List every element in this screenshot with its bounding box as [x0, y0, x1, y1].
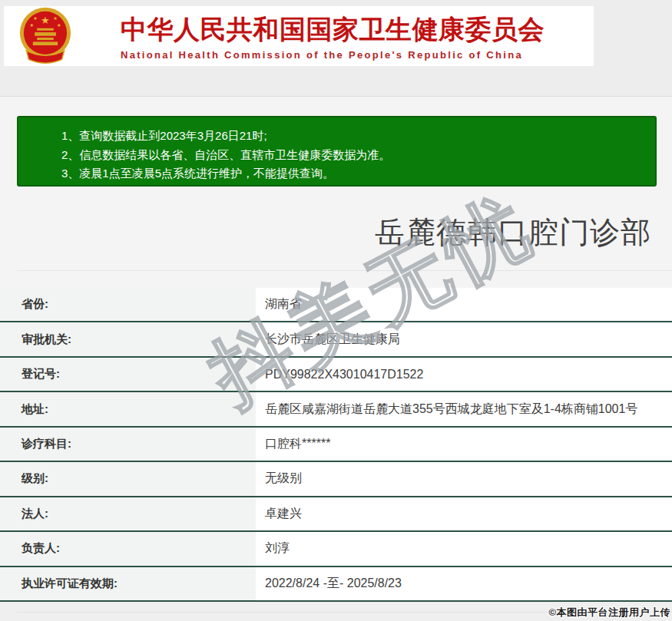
field-label: 审批机关: — [0, 322, 256, 355]
table-row-treatment-subjects: 诊疗科目: 口腔科****** — [0, 428, 672, 462]
field-label: 执业许可证有效期: — [0, 567, 256, 600]
table-row-approval-authority: 审批机关: 长沙市岳麓区卫生健康局 — [0, 322, 672, 357]
field-label: 登记号: — [0, 358, 256, 391]
table-row-legal-person: 法人: 卓建兴 — [0, 497, 672, 532]
svg-text:★: ★ — [41, 15, 50, 26]
notice-item-2: 2、信息数据结果以各省、自治区、直辖市卫生健康委数据为准。 — [61, 146, 640, 165]
table-row-address: 地址: 岳麓区咸嘉湖街道岳麓大道355号西城龙庭地下室及1-4栋商铺1001号 — [0, 392, 672, 427]
field-value: 岳麓区咸嘉湖街道岳麓大道355号西城龙庭地下室及1-4栋商铺1001号 — [256, 392, 672, 425]
table-row-license-validity: 执业许可证有效期: 2022/8/24 -至- 2025/8/23 — [0, 567, 672, 602]
notice-item-3: 3、凌晨1点至凌晨5点系统进行维护，不能提供查询。 — [61, 164, 640, 183]
site-title-block: 中华人民共和国国家卫生健康委员会 National Health Commiss… — [121, 13, 545, 61]
svg-text:★: ★ — [57, 22, 61, 28]
site-header-banner: ★ ★ ★ ★ ★ 中华人民共和国国家卫生健康委员会 National Heal… — [4, 6, 594, 66]
field-label: 负责人: — [0, 532, 256, 565]
field-value: 无级别 — [256, 462, 672, 495]
title-divider — [17, 270, 672, 271]
field-value: 长沙市岳麓区卫生健康局 — [256, 322, 672, 355]
query-result-page: ★ ★ ★ ★ ★ 中华人民共和国国家卫生健康委员会 National Heal… — [0, 0, 672, 621]
institution-name-title: 岳麓德韩口腔门诊部 — [375, 212, 651, 253]
query-notice-box: 1、查询数据截止到2023年3月26日21时; 2、信息数据结果以各省、自治区、… — [17, 116, 657, 187]
svg-text:★: ★ — [33, 15, 38, 21]
field-label: 法人: — [0, 497, 256, 530]
china-national-emblem-icon: ★ ★ ★ ★ ★ — [8, 7, 82, 66]
notice-item-1: 1、查询数据截止到2023年3月26日21时; — [61, 127, 640, 146]
table-row-registration-number: 登记号: PDY99822X43010417D1522 — [0, 358, 672, 392]
upload-attribution-stamp: ©本图由平台注册用户上传 — [548, 606, 670, 619]
table-row-province: 省份: 湖南省 — [0, 288, 672, 322]
field-value: 2022/8/24 -至- 2025/8/23 — [256, 567, 672, 600]
field-label: 诊疗科目: — [0, 428, 256, 461]
field-label: 省份: — [0, 288, 256, 321]
field-value: 湖南省 — [256, 288, 672, 321]
field-label: 级别: — [0, 462, 256, 495]
institution-info-table: 省份: 湖南省 审批机关: 长沙市岳麓区卫生健康局 登记号: PDY99822X… — [0, 288, 672, 602]
field-value: 刘淳 — [256, 532, 672, 565]
table-row-person-in-charge: 负责人: 刘淳 — [0, 532, 672, 566]
field-value: 卓建兴 — [256, 497, 672, 530]
table-row-level: 级别: 无级别 — [0, 462, 672, 497]
svg-text:★: ★ — [30, 22, 35, 28]
site-title-chinese: 中华人民共和国国家卫生健康委员会 — [121, 13, 545, 46]
field-value: PDY99822X43010417D1522 — [256, 358, 672, 391]
svg-text:★: ★ — [53, 15, 58, 21]
site-title-english: National Health Commission of the People… — [121, 49, 545, 61]
field-value: 口腔科****** — [256, 428, 672, 461]
field-label: 地址: — [0, 392, 256, 425]
page-footer: ©本图由平台注册用户上传 — [0, 602, 672, 621]
